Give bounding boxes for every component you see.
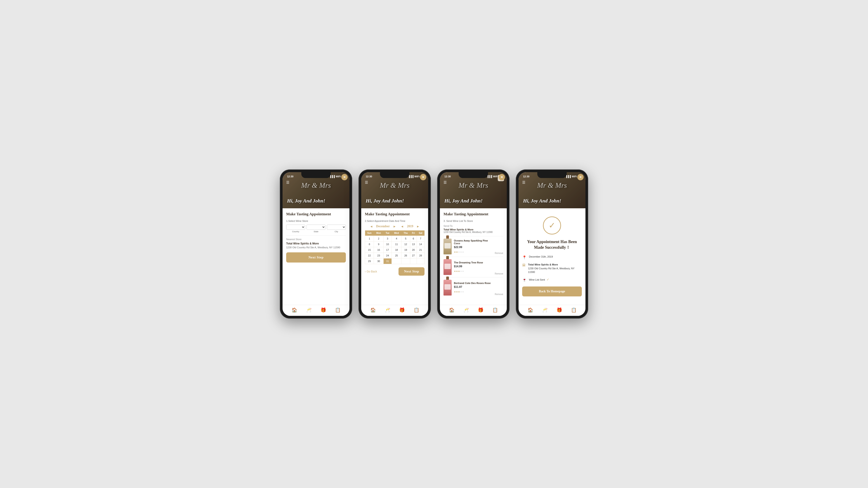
calendar-day[interactable]: 1 (365, 236, 374, 241)
calendar-day[interactable]: 31 (383, 258, 392, 264)
calendar-day[interactable]: 3 (383, 236, 392, 241)
calendar-day[interactable]: 2 (374, 236, 383, 241)
calendar-day[interactable]: 18 (392, 247, 401, 253)
calendar-day[interactable]: 21 (417, 247, 425, 253)
wine-item: Oceans Away Sparkling Pine Coco$22.99★★★… (443, 236, 503, 257)
calendar-day[interactable]: 28 (417, 253, 425, 258)
calendar-day[interactable]: 4 (392, 236, 401, 241)
back-to-homepage-button[interactable]: Back To Homepage (522, 287, 582, 296)
wine-bottle-1 (443, 259, 452, 275)
nav-home-3[interactable]: 🏠 (449, 307, 455, 313)
content-2: Make Tasting Appointment 2.Select Appoin… (361, 208, 428, 305)
nearest-store-label: Nearest Store (286, 235, 346, 240)
calendar-day[interactable]: 15 (365, 247, 374, 253)
close-button-2[interactable]: ✕ (420, 174, 426, 180)
nav-gift-2[interactable]: 🎁 (399, 307, 405, 313)
next-step-button-2[interactable]: Next Step (399, 267, 425, 275)
day-header-fri: Fri (410, 230, 417, 236)
nav-toast-1[interactable]: 🥂 (306, 307, 312, 313)
nav-gift-3[interactable]: 🎁 (478, 307, 484, 313)
go-back-button[interactable]: ‹ Go Back (365, 270, 377, 273)
calendar-day[interactable]: 27 (410, 253, 417, 258)
content-4: ✓ Your Appointment Has Been Made Success… (519, 208, 585, 305)
calendar-day[interactable]: 12 (401, 241, 410, 247)
city-dropdown-wrap: City (327, 225, 346, 233)
calendar-day[interactable]: 26 (401, 253, 410, 258)
notch-4 (537, 172, 567, 178)
nav-toast-4[interactable]: 🥂 (542, 307, 548, 313)
nav-home-1[interactable]: 🏠 (291, 307, 297, 313)
city-select[interactable] (327, 225, 346, 230)
calendar-day[interactable]: 9 (374, 241, 383, 247)
calendar-day[interactable]: 13 (410, 241, 417, 247)
time-2: 12:30 (366, 175, 372, 178)
hamburger-2[interactable]: ☰ (365, 180, 368, 185)
hamburger-4[interactable]: ☰ (522, 180, 525, 185)
nav-list-1[interactable]: 📋 (335, 307, 341, 313)
hamburger-1[interactable]: ☰ (286, 180, 289, 185)
nav-home-2[interactable]: 🏠 (370, 307, 376, 313)
remove-wine-button-2[interactable]: Remove (495, 293, 503, 295)
nav-gift-4[interactable]: 🎁 (557, 307, 562, 313)
send-to-store-name: Total Wine Spirits & More (443, 228, 503, 231)
confirm-date: 📍 December 31th, 2019 (522, 255, 582, 260)
calendar-day[interactable]: 20 (410, 247, 417, 253)
step-label-1: 1.Select Wine Store (286, 220, 346, 222)
close-button-4[interactable]: ✕ (577, 174, 584, 180)
nav-list-2[interactable]: 📋 (414, 307, 419, 313)
prev-year-arrow[interactable]: ◄ (399, 225, 405, 228)
wine-list-sent-label: Wine List Sent (529, 278, 545, 281)
calendar-day[interactable]: 14 (417, 241, 425, 247)
country-select[interactable] (286, 225, 305, 230)
calendar-day[interactable]: 5 (401, 236, 410, 241)
store-address-1: 1230 Old Country Rd Ste A, Westbury, NY … (286, 246, 346, 249)
calendar-day[interactable]: 17 (383, 247, 392, 253)
calendar-day[interactable]: 6 (410, 236, 417, 241)
wine-stars-0: ★★★★★ (454, 250, 493, 254)
bottom-nav-3: 🏠 🥂 🎁 📋 (440, 305, 507, 316)
close-button-1[interactable]: ✕ (341, 174, 348, 180)
confirm-wine-sent: 🍷 Wine List Sent ✓ (522, 277, 582, 282)
day-header-wed: Wed (392, 230, 401, 236)
nav-toast-2[interactable]: 🥂 (385, 307, 391, 313)
calendar-day[interactable]: 30 (374, 258, 383, 264)
calendar-day[interactable]: 11 (392, 241, 401, 247)
step-label-2: 2.Select Appointment Date And Time (365, 220, 425, 222)
step-label-3: 3. Send Wine List To Store (443, 220, 488, 222)
nav-list-3[interactable]: 📋 (492, 307, 498, 313)
state-select[interactable] (307, 225, 326, 230)
calendar-day[interactable]: 25 (392, 253, 401, 258)
hero-decoration-2: Mr & Mrs (361, 181, 428, 190)
calendar-actions: ‹ Go Back Next Step (365, 267, 425, 275)
hero-greeting-2: Hi, Joy And John! (366, 198, 404, 204)
calendar-day[interactable]: 24 (383, 253, 392, 258)
close-button-3[interactable]: ✕ (499, 174, 505, 180)
notch-2 (380, 172, 409, 178)
calendar-day[interactable]: 23 (374, 253, 383, 258)
phone-3: 12:30 ▐▐▐ WiFi 🔋 ☰ Mr & Mrs Hi, Joy And … (437, 169, 509, 319)
next-year-arrow[interactable]: ► (415, 225, 421, 228)
phones-container: 12:30 ▐▐▐ WiFi 🔋 ☰ Mr & Mrs Hi, Joy And … (280, 169, 588, 319)
remove-wine-button-1[interactable]: Remove (495, 272, 503, 275)
hamburger-3[interactable]: ☰ (443, 180, 447, 185)
prev-month-arrow[interactable]: ◄ (368, 225, 374, 228)
calendar-day[interactable]: 29 (365, 258, 374, 264)
nav-list-4[interactable]: 📋 (571, 307, 577, 313)
calendar-day[interactable]: 22 (365, 253, 374, 258)
calendar-day[interactable]: 10 (383, 241, 392, 247)
hero-decoration-4: Mr & Mrs (519, 181, 585, 190)
hero-greeting-3: Hi, Joy And John! (444, 198, 483, 204)
calendar-day[interactable]: 7 (417, 236, 425, 241)
next-step-button-1[interactable]: Next Step (286, 252, 346, 263)
nav-home-4[interactable]: 🏠 (528, 307, 533, 313)
calendar-day[interactable]: 19 (401, 247, 410, 253)
calendar-day[interactable]: 8 (365, 241, 374, 247)
next-month-arrow[interactable]: ► (392, 225, 397, 228)
nav-toast-3[interactable]: 🥂 (463, 307, 469, 313)
wine-icon: 🍷 (522, 278, 527, 282)
day-header-mon: Mon (374, 230, 383, 236)
calendar-day[interactable]: 16 (374, 247, 383, 253)
remove-wine-button-0[interactable]: Remove (495, 252, 503, 254)
success-title: Your Appointment Has Been Made Successfu… (522, 239, 582, 250)
nav-gift-1[interactable]: 🎁 (320, 307, 326, 313)
